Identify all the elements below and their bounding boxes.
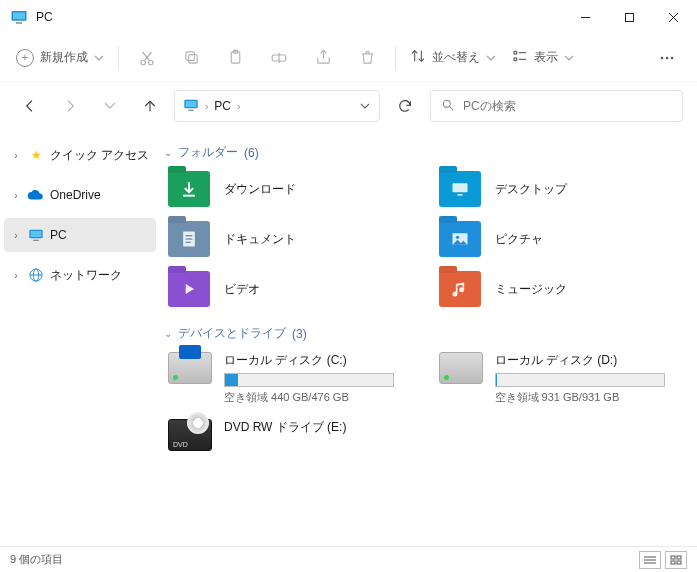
new-button-label: 新規作成 bbox=[40, 49, 88, 66]
folder-item[interactable]: ミュージック bbox=[435, 267, 688, 311]
folder-item[interactable]: ドキュメント bbox=[164, 217, 417, 261]
chevron-right-icon[interactable]: › bbox=[237, 101, 240, 112]
folder-label: デスクトップ bbox=[495, 181, 567, 198]
folder-item[interactable]: ピクチャ bbox=[435, 217, 688, 261]
dvd-drive-icon bbox=[168, 419, 212, 451]
sidebar-item-network[interactable]: › ネットワーク bbox=[4, 258, 156, 292]
svg-rect-1 bbox=[13, 13, 25, 20]
svg-rect-18 bbox=[514, 51, 517, 54]
chevron-right-icon[interactable]: › bbox=[10, 230, 22, 241]
paste-button[interactable] bbox=[215, 40, 255, 76]
drive-item[interactable]: DVD RW ドライブ (E:) bbox=[164, 415, 417, 455]
minimize-button[interactable] bbox=[563, 2, 607, 32]
pc-icon bbox=[27, 226, 45, 244]
recent-button[interactable] bbox=[94, 90, 126, 122]
chevron-right-icon[interactable]: › bbox=[10, 190, 22, 201]
refresh-button[interactable] bbox=[388, 90, 422, 122]
sidebar-item-label: OneDrive bbox=[50, 188, 101, 202]
svg-rect-2 bbox=[16, 22, 22, 24]
pc-icon bbox=[10, 8, 28, 26]
svg-point-23 bbox=[666, 56, 669, 59]
view-button-label: 表示 bbox=[534, 49, 558, 66]
chevron-right-icon[interactable]: › bbox=[10, 150, 22, 161]
rename-button[interactable] bbox=[259, 40, 299, 76]
chevron-right-icon[interactable]: › bbox=[10, 270, 22, 281]
disk-drive-icon bbox=[439, 352, 483, 384]
svg-rect-11 bbox=[188, 55, 197, 64]
command-bar: + 新規作成 並べ替え 表示 bbox=[0, 34, 697, 82]
sidebar-item-onedrive[interactable]: › OneDrive bbox=[4, 178, 156, 212]
more-button[interactable] bbox=[647, 40, 687, 76]
group-header-folders[interactable]: ⌄ フォルダー (6) bbox=[164, 144, 687, 161]
view-button[interactable]: 表示 bbox=[506, 40, 580, 76]
svg-rect-12 bbox=[185, 52, 194, 61]
window-title: PC bbox=[36, 10, 563, 24]
network-icon bbox=[27, 266, 45, 284]
svg-rect-37 bbox=[452, 183, 467, 192]
back-button[interactable] bbox=[14, 90, 46, 122]
share-button[interactable] bbox=[303, 40, 343, 76]
search-box[interactable] bbox=[430, 90, 683, 122]
content-pane: ⌄ フォルダー (6) ダウンロードデスクトップドキュメントピクチャビデオミュー… bbox=[160, 130, 697, 546]
svg-rect-51 bbox=[671, 561, 675, 564]
svg-point-8 bbox=[149, 60, 154, 65]
folder-label: ダウンロード bbox=[224, 181, 296, 198]
group-count: (3) bbox=[292, 327, 307, 341]
delete-button[interactable] bbox=[347, 40, 387, 76]
svg-rect-49 bbox=[671, 556, 675, 559]
sort-icon bbox=[410, 48, 426, 67]
svg-rect-50 bbox=[677, 556, 681, 559]
copy-button[interactable] bbox=[171, 40, 211, 76]
new-button[interactable]: + 新規作成 bbox=[10, 40, 110, 76]
drive-item[interactable]: ローカル ディスク (D:)空き領域 931 GB/931 GB bbox=[435, 348, 688, 409]
svg-point-24 bbox=[671, 56, 674, 59]
folder-label: ピクチャ bbox=[495, 231, 543, 248]
navigation-row: › PC › bbox=[0, 82, 697, 130]
chevron-down-icon bbox=[564, 53, 574, 63]
folder-icon bbox=[168, 221, 210, 257]
sidebar-item-quick-access[interactable]: › ★ クイック アクセス bbox=[4, 138, 156, 172]
sidebar-item-pc[interactable]: › PC bbox=[4, 218, 156, 252]
group-title: デバイスとドライブ bbox=[178, 325, 286, 342]
breadcrumb[interactable]: PC bbox=[214, 99, 231, 113]
folder-item[interactable]: デスクトップ bbox=[435, 167, 688, 211]
drive-item[interactable]: ローカル ディスク (C:)空き領域 440 GB/476 GB bbox=[164, 348, 417, 409]
close-button[interactable] bbox=[651, 2, 695, 32]
drive-capacity: 空き領域 440 GB/476 GB bbox=[224, 390, 413, 405]
chevron-right-icon[interactable]: › bbox=[205, 101, 208, 112]
maximize-button[interactable] bbox=[607, 2, 651, 32]
sort-button[interactable]: 並べ替え bbox=[404, 40, 502, 76]
address-bar[interactable]: › PC › bbox=[174, 90, 380, 122]
pc-icon bbox=[183, 97, 199, 116]
sidebar-item-label: クイック アクセス bbox=[50, 147, 149, 164]
address-dropdown[interactable] bbox=[357, 101, 373, 111]
svg-rect-38 bbox=[457, 194, 462, 196]
cloud-icon bbox=[27, 186, 45, 204]
large-icons-view-button[interactable] bbox=[665, 551, 687, 569]
drive-capacity: 空き領域 931 GB/931 GB bbox=[495, 390, 684, 405]
cut-button[interactable] bbox=[127, 40, 167, 76]
svg-point-7 bbox=[141, 60, 146, 65]
title-bar: PC bbox=[0, 0, 697, 34]
svg-point-44 bbox=[455, 236, 458, 239]
folder-item[interactable]: ビデオ bbox=[164, 267, 417, 311]
drive-name: DVD RW ドライブ (E:) bbox=[224, 419, 413, 436]
details-view-button[interactable] bbox=[639, 551, 661, 569]
svg-rect-26 bbox=[186, 101, 197, 107]
drive-name: ローカル ディスク (D:) bbox=[495, 352, 684, 369]
navigation-pane: › ★ クイック アクセス › OneDrive › PC › ネットワーク bbox=[0, 130, 160, 546]
star-icon: ★ bbox=[27, 146, 45, 164]
folder-icon bbox=[439, 221, 481, 257]
up-button[interactable] bbox=[134, 90, 166, 122]
svg-rect-52 bbox=[677, 561, 681, 564]
folder-item[interactable]: ダウンロード bbox=[164, 167, 417, 211]
chevron-down-icon: ⌄ bbox=[164, 147, 172, 158]
search-input[interactable] bbox=[463, 99, 672, 113]
capacity-bar bbox=[495, 373, 665, 387]
group-header-drives[interactable]: ⌄ デバイスとドライブ (3) bbox=[164, 325, 687, 342]
folder-icon bbox=[168, 271, 210, 307]
sidebar-item-label: ネットワーク bbox=[50, 267, 122, 284]
folder-label: ドキュメント bbox=[224, 231, 296, 248]
forward-button[interactable] bbox=[54, 90, 86, 122]
svg-rect-19 bbox=[514, 58, 517, 61]
